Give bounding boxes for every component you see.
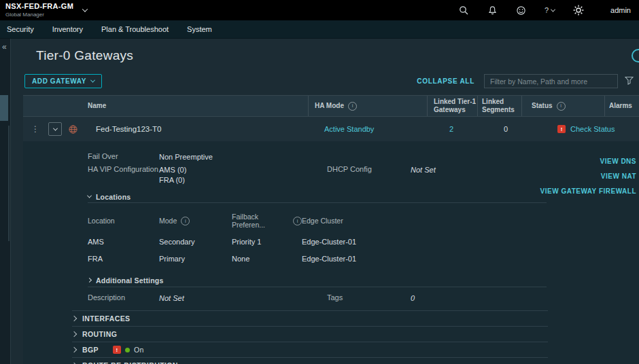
page-header: Tier-0 Gateways — [11, 39, 639, 63]
username[interactable]: admin — [610, 6, 631, 14]
ha-vip-label: HA VIP Configuration — [88, 165, 159, 173]
row-action-links: VIEW DNS VIEW NAT VIEW GATEWAY FIREWALL — [540, 158, 636, 195]
status-link[interactable]: Check Status — [570, 125, 615, 133]
view-nat-link[interactable]: VIEW NAT — [601, 172, 636, 180]
loc-fra-mode: Primary — [159, 255, 232, 263]
ha-mode-cell: Active Standby — [318, 125, 443, 133]
view-gateway-firewall-link[interactable]: VIEW GATEWAY FIREWALL — [540, 187, 636, 195]
main-content: Tier-0 Gateways ADD GATEWAY COLLAPSE ALL — [11, 39, 639, 364]
description-row: Description Not Set Tags 0 — [88, 293, 639, 304]
interfaces-chevron-icon — [71, 316, 77, 321]
mode-info-icon[interactable]: i — [181, 217, 190, 225]
interfaces-label: INTERFACES — [82, 314, 131, 323]
column-name: Name — [86, 96, 308, 116]
loc-ams-mode: Secondary — [159, 238, 232, 246]
loc-col-failback: Failback Preferen... i — [232, 213, 302, 229]
fail-over-label: Fail Over — [88, 152, 159, 160]
nav-item-plan-troubleshoot[interactable]: Plan & Troubleshoot — [101, 25, 169, 33]
column-linked-segments: Linked Segments — [477, 96, 521, 116]
section-bgp[interactable]: BGP On — [72, 342, 548, 357]
table-header-row: Name HA Mode i Linked Tier-1 Gateways Li… — [23, 95, 639, 117]
help-icon: ? — [545, 6, 549, 14]
loc-col-edge-cluster: Edge Cluster — [302, 213, 547, 229]
top-bar: NSX-FED-FRA-GM Global Manager ? admin — [0, 0, 639, 20]
linked-segments-cell: 0 — [500, 125, 548, 133]
product-name: NSX-FED-FRA-GM — [5, 3, 73, 10]
app-root: NSX-FED-FRA-GM Global Manager ? admin — [0, 0, 639, 364]
loc-fra-failback: None — [232, 255, 302, 263]
collapse-sidebar-icon[interactable]: « — [2, 42, 7, 52]
status-cell[interactable]: Check Status — [548, 125, 639, 133]
loc-col-failback-label: Failback Preferen... — [232, 213, 289, 229]
add-gateway-chevron-icon — [90, 78, 95, 83]
dhcp-config-label: DHCP Config — [327, 165, 411, 173]
product-subtitle: Global Manager — [5, 12, 73, 18]
help-menu[interactable]: ? — [545, 6, 555, 14]
column-linked-t1: Linked Tier-1 Gateways — [427, 96, 477, 116]
gateway-row[interactable]: ⋮ Fed-Testing123-T0 Active Standby 2 0 C… — [23, 117, 639, 141]
ha-vip-value-fra: FRA (0) — [159, 175, 327, 185]
bgp-label: BGP — [82, 346, 99, 354]
settings-gear-icon[interactable] — [573, 5, 584, 16]
gateway-name: Fed-Testing123-T0 — [96, 125, 162, 133]
column-status: Status i — [521, 96, 604, 116]
nav-item-inventory[interactable]: Inventory — [52, 25, 83, 33]
location-row-fra: FRA Primary None Edge-Cluster-01 — [88, 255, 547, 263]
gateways-table: Name HA Mode i Linked Tier-1 Gateways Li… — [23, 95, 639, 364]
main-nav: Security Inventory Plan & Troubleshoot S… — [0, 20, 639, 39]
loc-col-location: Location — [88, 213, 159, 229]
section-route-redistribution[interactable]: ROUTE RE-DISTRIBUTION — [72, 357, 548, 364]
bgp-on-dot-icon — [125, 348, 130, 352]
add-gateway-button[interactable]: ADD GATEWAY — [24, 74, 102, 88]
filter-funnel-icon[interactable] — [625, 75, 634, 88]
gateway-detail-panel: Fail Over Non Preemptive HA VIP Configur… — [23, 141, 639, 364]
rail-active-indicator — [0, 95, 8, 121]
loc-col-mode: Mode i — [159, 213, 232, 229]
route-redistribution-label: ROUTE RE-DISTRIBUTION — [82, 361, 178, 364]
gateway-name-cell[interactable]: Fed-Testing123-T0 — [94, 125, 318, 133]
nav-item-system[interactable]: System — [187, 25, 212, 33]
additional-settings-title: Additional Settings — [96, 276, 163, 285]
ha-vip-value-ams: AMS (0) — [159, 165, 327, 175]
feedback-smiley-icon[interactable] — [516, 5, 526, 16]
status-info-icon[interactable]: i — [557, 102, 566, 111]
loc-fra-name: FRA — [88, 255, 159, 263]
collapse-all-link[interactable]: COLLAPSE ALL — [417, 77, 474, 85]
notifications-bell-icon[interactable] — [487, 5, 498, 16]
nav-item-security[interactable]: Security — [7, 25, 34, 33]
section-interfaces[interactable]: INTERFACES — [72, 310, 548, 326]
view-dns-link[interactable]: VIEW DNS — [600, 158, 636, 165]
search-icon[interactable] — [459, 5, 469, 16]
product-switcher-chevron-icon[interactable] — [82, 6, 88, 12]
status-error-icon — [557, 125, 566, 133]
ha-vip-values: AMS (0) FRA (0) — [159, 165, 327, 185]
description-value: Not Set — [159, 293, 327, 304]
additional-settings-chevron-icon — [87, 278, 92, 283]
loc-ams-name: AMS — [88, 238, 159, 246]
routing-chevron-icon — [71, 331, 77, 337]
bgp-chevron-icon — [71, 347, 77, 352]
rail-scrollbar[interactable] — [8, 126, 10, 241]
failback-info-icon[interactable]: i — [293, 217, 302, 225]
loc-col-mode-label: Mode — [159, 217, 177, 225]
bgp-state-label: On — [134, 346, 144, 354]
location-row-ams: AMS Secondary Priority 1 Edge-Cluster-01 — [88, 238, 547, 246]
header-controls-cell — [23, 96, 86, 116]
additional-settings-toggle[interactable]: Additional Settings — [88, 276, 639, 285]
column-ha-mode: HA Mode i — [308, 96, 427, 116]
section-routing[interactable]: ROUTING — [72, 326, 548, 342]
expander-chevron-icon — [52, 126, 57, 130]
divider — [88, 287, 547, 287]
toolbar-right: COLLAPSE ALL — [417, 74, 634, 88]
help-chevron-icon — [551, 7, 555, 12]
page-title: Tier-0 Gateways — [36, 48, 639, 63]
left-nav-rail: « — [0, 39, 11, 364]
filter-input[interactable] — [484, 74, 618, 88]
loc-fra-edge-cluster: Edge-Cluster-01 — [302, 255, 547, 263]
bgp-status: On — [113, 346, 144, 354]
row-menu-icon[interactable]: ⋮ — [31, 126, 39, 132]
row-expander[interactable] — [48, 122, 62, 136]
ha-mode-info-icon[interactable]: i — [348, 102, 357, 111]
locations-title: Locations — [96, 193, 131, 201]
linked-t1-cell[interactable]: 2 — [443, 125, 500, 133]
